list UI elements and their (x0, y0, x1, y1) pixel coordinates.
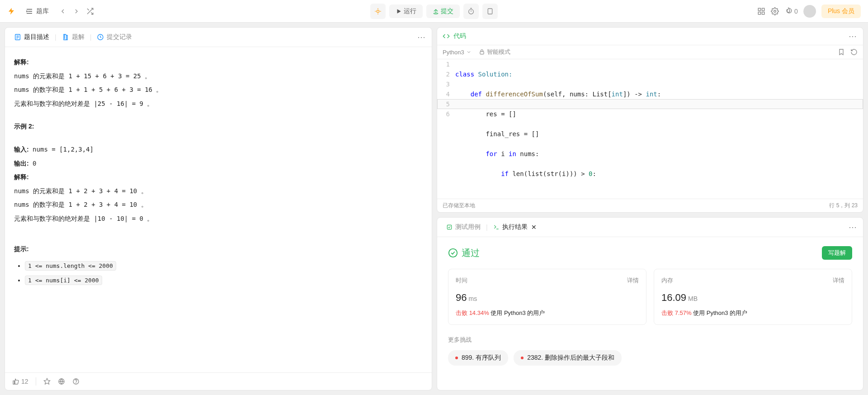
challenge-pill[interactable]: 899. 有序队列 (448, 350, 508, 366)
write-solution-button[interactable]: 写题解 (822, 246, 852, 260)
tab-result-label: 执行结果 (502, 223, 528, 231)
streak-count: 0 (794, 8, 798, 15)
svg-point-21 (774, 10, 776, 12)
challenge-pills: 899. 有序队列 2382. 删除操作后的最大子段和 (448, 350, 852, 366)
timer-icon[interactable] (463, 4, 479, 19)
top-toolbar: 题库 运行 提交 (0, 0, 868, 23)
line-gutter: 123456 (437, 59, 455, 199)
right-column: 代码 ⋯ Python3 智能模式 (437, 27, 863, 390)
svg-rect-17 (758, 8, 760, 10)
tab-testcase-label: 测试用例 (455, 223, 481, 231)
code-editor[interactable]: 123456 class Solution: def differenceOfS… (437, 59, 863, 199)
svg-marker-27 (44, 378, 50, 384)
plus-member-button[interactable]: Plus 会员 (821, 5, 861, 18)
settings-icon[interactable] (771, 7, 779, 15)
desc-line: nums 的元素和是 1 + 15 + 6 + 3 = 25 。 (14, 70, 423, 82)
left-tabs: 题目描述 | 题解 | 提交记录 ⋯ (5, 28, 432, 47)
pass-status: 通过 (448, 247, 480, 259)
time-value: 96ms (456, 292, 639, 304)
logo-icon[interactable] (7, 7, 15, 15)
result-body: 通过 写题解 时间 详情 96ms 击败 14.34% (437, 237, 863, 390)
bookmark-icon[interactable] (838, 48, 845, 56)
desc-line: 元素和与数字和的绝对差是 |10 - 10| = 0 。 (14, 213, 423, 225)
like-button[interactable]: 12 (12, 378, 28, 385)
memory-metric[interactable]: 内存 详情 16.09MB 击败 7.57% 使用 Python3 的用户 (654, 269, 852, 325)
example2-title: 示例 2: (14, 120, 423, 133)
star-icon[interactable] (43, 378, 51, 385)
desc-line: nums 的元素和是 1 + 2 + 3 + 4 = 10 。 (14, 185, 423, 197)
mem-label: 内存 (661, 276, 673, 285)
description-footer: 12 (5, 372, 432, 390)
share-icon[interactable] (58, 378, 65, 385)
hint-item: 1 <= nums[i] <= 2000 (25, 276, 102, 285)
result-tabs: 测试用例 | 执行结果 ✕ ⋯ (437, 218, 863, 237)
result-more-icon[interactable]: ⋯ (849, 222, 858, 232)
example2-explain-label: 解释: (14, 171, 423, 183)
mem-detail[interactable]: 详情 (833, 276, 844, 285)
mem-beat: 击败 7.57% 使用 Python3 的用户 (661, 309, 844, 317)
desc-line: nums 的数字和是 1 + 2 + 3 + 4 = 10 。 (14, 199, 423, 211)
left-more-icon[interactable]: ⋯ (417, 32, 426, 42)
desc-line: nums 的数字和是 1 + 1 + 5 + 6 + 3 = 16 。 (14, 84, 423, 96)
run-button[interactable]: 运行 (389, 5, 423, 18)
more-challenges-label: 更多挑战 (448, 336, 852, 344)
close-result-icon[interactable]: ✕ (531, 224, 537, 231)
time-beat: 击败 14.34% 使用 Python3 的用户 (456, 309, 639, 317)
run-label: 运行 (404, 7, 416, 15)
result-panel: 测试用例 | 执行结果 ✕ ⋯ 通过 写题解 (437, 217, 863, 390)
code-more-icon[interactable]: ⋯ (849, 31, 858, 41)
list-icon (25, 7, 33, 15)
tab-submissions[interactable]: 提交记录 (93, 31, 136, 43)
explain-label: 解释: (14, 56, 423, 68)
svg-point-12 (434, 13, 438, 14)
svg-point-6 (377, 10, 379, 12)
tab-testcase[interactable]: 测试用例 (443, 221, 484, 233)
tab-solution[interactable]: 题解 (58, 31, 88, 43)
metrics-row: 时间 详情 96ms 击败 14.34% 使用 Python3 的用户 内存 (448, 269, 852, 325)
cursor-position: 行 5，列 23 (829, 202, 858, 209)
svg-rect-18 (762, 8, 764, 10)
example2-input: 输入: nums = [1,2,3,4] (14, 143, 423, 156)
tab-submissions-label: 提交记录 (107, 33, 132, 41)
svg-rect-20 (762, 12, 764, 14)
submit-label: 提交 (441, 7, 453, 15)
layout-icon[interactable] (757, 7, 765, 15)
code-panel: 代码 ⋯ Python3 智能模式 (437, 27, 863, 213)
next-problem-icon[interactable] (72, 7, 80, 15)
difficulty-dot-icon (521, 357, 524, 359)
help-icon[interactable] (72, 378, 80, 385)
time-detail[interactable]: 详情 (627, 276, 639, 285)
challenge-pill[interactable]: 2382. 删除操作后的最大子段和 (514, 350, 622, 366)
notes-icon[interactable] (482, 4, 498, 19)
problem-list-button[interactable]: 题库 (21, 5, 53, 18)
run-submit-group: 运行 提交 (370, 4, 498, 19)
difficulty-dot-icon (455, 357, 458, 359)
code-title: 代码 (453, 32, 466, 40)
code-toolbar: Python3 智能模式 (437, 45, 863, 59)
mem-value: 16.09MB (661, 292, 844, 304)
desc-line: 元素和与数字和的绝对差是 |25 - 16| = 9 。 (14, 98, 423, 110)
streak-indicator[interactable]: 0 (784, 7, 798, 15)
like-count: 12 (21, 378, 28, 385)
hints-list: 1 <= nums.length <= 2000 1 <= nums[i] <=… (14, 262, 423, 284)
code-panel-header: 代码 ⋯ (437, 28, 863, 45)
svg-line-5 (87, 9, 89, 10)
svg-point-30 (75, 383, 76, 383)
submit-button[interactable]: 提交 (426, 5, 460, 18)
tab-result[interactable]: 执行结果 ✕ (490, 221, 540, 233)
time-metric[interactable]: 时间 详情 96ms 击败 14.34% 使用 Python3 的用户 (448, 269, 646, 325)
tab-description[interactable]: 题目描述 (10, 31, 53, 43)
avatar[interactable] (803, 5, 816, 18)
reset-icon[interactable] (850, 48, 858, 56)
description-content: 解释: nums 的元素和是 1 + 15 + 6 + 3 = 25 。 num… (5, 47, 432, 372)
time-label: 时间 (456, 276, 467, 285)
tab-description-label: 题目描述 (24, 33, 49, 41)
shuffle-icon[interactable] (86, 7, 94, 15)
smart-mode[interactable]: 智能模式 (479, 48, 510, 56)
problem-list-label: 题库 (36, 7, 49, 15)
prev-problem-icon[interactable] (59, 7, 67, 15)
svg-rect-31 (480, 52, 484, 54)
debug-icon[interactable] (370, 4, 386, 19)
svg-marker-11 (397, 9, 401, 13)
language-selector[interactable]: Python3 (443, 49, 472, 56)
